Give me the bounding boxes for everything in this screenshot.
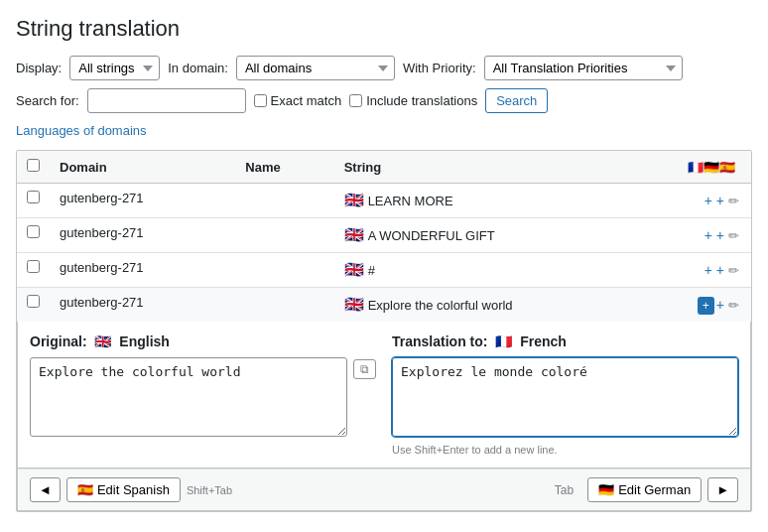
- edit-german-button[interactable]: 🇩🇪 Edit German: [587, 477, 702, 502]
- th-string: String: [334, 151, 672, 184]
- original-textarea[interactable]: [30, 357, 347, 437]
- row-name: [235, 218, 333, 253]
- table-row: gutenberg-271🇬🇧A WONDERFUL GIFT++✏: [17, 218, 751, 253]
- row-name: [235, 253, 333, 288]
- row-actions: ++✏: [672, 288, 751, 323]
- copy-button[interactable]: ⧉: [353, 359, 376, 379]
- edit-icon-button[interactable]: ✏: [726, 296, 741, 315]
- row-checkbox[interactable]: [27, 191, 40, 203]
- original-heading: Original: 🇬🇧 English: [30, 333, 376, 349]
- th-flags: 🇫🇷🇩🇪🇪🇸: [672, 151, 751, 184]
- row-string: 🇬🇧A WONDERFUL GIFT: [334, 218, 672, 253]
- edit-icon-button[interactable]: ✏: [726, 261, 741, 280]
- row-checkbox[interactable]: [27, 260, 40, 273]
- row-domain: gutenberg-271: [50, 218, 235, 253]
- add-french-button[interactable]: +: [703, 260, 714, 280]
- add-french-button[interactable]: +: [703, 225, 714, 245]
- translation-col: Translation to: 🇫🇷 French Use Shift+Ente…: [392, 333, 738, 456]
- table-row: gutenberg-271🇬🇧Explore the colorful worl…: [17, 288, 751, 323]
- row-actions: ++✏: [672, 184, 751, 218]
- add-translation-button-active[interactable]: +: [698, 297, 714, 315]
- original-col: Original: 🇬🇧 English ⧉: [30, 333, 376, 456]
- domain-select[interactable]: All domains: [236, 56, 395, 80]
- table-row: gutenberg-271🇬🇧LEARN MORE++✏: [17, 184, 751, 218]
- shortcut-left: Shift+Tab: [187, 484, 232, 496]
- row-name: [235, 184, 333, 218]
- nav-left: ◄ 🇪🇸 Edit Spanish Shift+Tab: [30, 477, 232, 502]
- search-label: Search for:: [16, 93, 79, 108]
- include-translations-checkbox[interactable]: [349, 94, 362, 107]
- translation-flag: 🇫🇷: [495, 333, 512, 349]
- select-all-checkbox[interactable]: [27, 159, 40, 172]
- exact-match-label[interactable]: Exact match: [254, 93, 342, 108]
- row-actions: ++✏: [672, 253, 751, 288]
- th-checkbox: [17, 151, 50, 184]
- translation-heading: Translation to: 🇫🇷 French: [392, 333, 738, 349]
- include-translations-label[interactable]: Include translations: [349, 93, 477, 108]
- german-flag: 🇩🇪: [598, 482, 614, 497]
- row-checkbox-cell: [17, 218, 50, 253]
- display-select[interactable]: All strings: [69, 56, 160, 80]
- translation-panel: Original: 🇬🇧 English ⧉ Translation to: 🇫…: [17, 322, 751, 468]
- original-text-row: ⧉: [30, 357, 376, 437]
- tab-label: Tab: [555, 483, 574, 497]
- row-checkbox-cell: [17, 288, 50, 323]
- row-string: 🇬🇧Explore the colorful world: [334, 288, 672, 323]
- row-domain: gutenberg-271: [50, 288, 235, 323]
- bottom-nav: ◄ 🇪🇸 Edit Spanish Shift+Tab Tab 🇩🇪 Edit …: [17, 468, 751, 511]
- row-checkbox[interactable]: [27, 225, 40, 238]
- original-flag: 🇬🇧: [94, 333, 111, 349]
- search-button[interactable]: Search: [485, 88, 548, 113]
- exact-match-checkbox[interactable]: [254, 94, 267, 107]
- domain-label: In domain:: [168, 61, 228, 75]
- edit-icon-button[interactable]: ✏: [726, 192, 741, 210]
- row-string: 🇬🇧LEARN MORE: [334, 184, 672, 218]
- row-checkbox-cell: [17, 253, 50, 288]
- spanish-flag: 🇪🇸: [77, 482, 93, 497]
- next-button[interactable]: ►: [707, 477, 738, 502]
- priority-label: With Priority:: [403, 61, 476, 75]
- th-domain: Domain: [50, 151, 235, 184]
- translation-textarea[interactable]: [392, 357, 738, 437]
- languages-link[interactable]: Languages of domains: [16, 123, 147, 138]
- row-domain: gutenberg-271: [50, 184, 235, 218]
- edit-icon-button[interactable]: ✏: [726, 226, 741, 245]
- display-label: Display:: [16, 61, 62, 75]
- prev-button[interactable]: ◄: [30, 477, 61, 502]
- edit-spanish-button[interactable]: 🇪🇸 Edit Spanish: [66, 477, 181, 502]
- table-row: gutenberg-271🇬🇧#++✏: [17, 253, 751, 288]
- string-table: Domain Name String 🇫🇷🇩🇪🇪🇸 gutenberg-271🇬…: [16, 150, 752, 512]
- add-german-button[interactable]: +: [714, 260, 726, 280]
- translation-hint: Use Shift+Enter to add a new line.: [392, 444, 738, 456]
- add-french-button[interactable]: +: [703, 191, 714, 210]
- add-german-button[interactable]: +: [714, 225, 726, 245]
- row-string: 🇬🇧#: [334, 253, 672, 288]
- nav-right: Tab 🇩🇪 Edit German ►: [547, 477, 738, 502]
- row-name: [235, 288, 333, 323]
- row-checkbox[interactable]: [27, 295, 40, 308]
- priority-select[interactable]: All Translation Priorities: [484, 56, 683, 80]
- row-actions: ++✏: [672, 218, 751, 253]
- row-domain: gutenberg-271: [50, 253, 235, 288]
- search-input[interactable]: [87, 88, 246, 113]
- add-german-button[interactable]: +: [714, 191, 726, 210]
- search-row: Search for: Exact match Include translat…: [16, 88, 752, 113]
- toolbar: Display: All strings In domain: All doma…: [16, 56, 752, 80]
- table-header: Domain Name String 🇫🇷🇩🇪🇪🇸: [17, 151, 751, 184]
- row-checkbox-cell: [17, 184, 50, 218]
- add-german-button[interactable]: +: [714, 295, 726, 315]
- th-name: Name: [235, 151, 333, 184]
- page-title: String translation: [16, 16, 752, 42]
